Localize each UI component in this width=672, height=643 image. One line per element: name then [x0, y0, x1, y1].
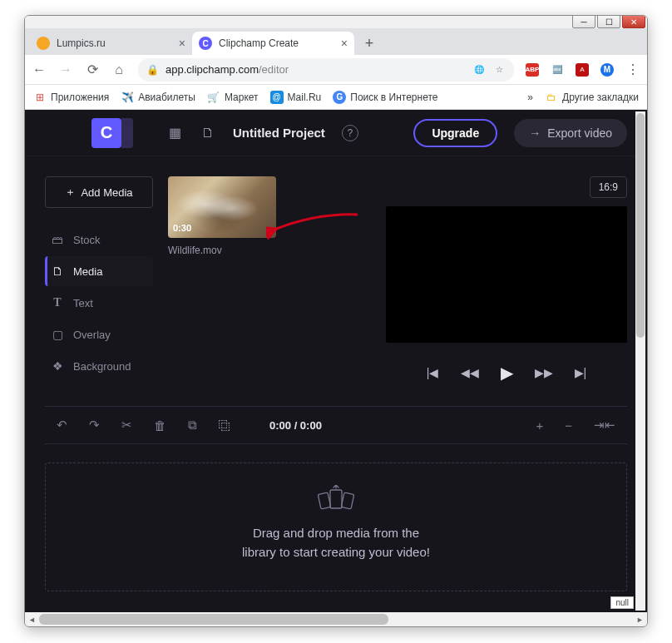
favicon-icon	[37, 37, 50, 50]
bookmark-item[interactable]: 🛒Маркет	[207, 91, 259, 104]
svg-rect-0	[330, 490, 342, 508]
horizontal-scrollbar[interactable]: ◄ ►	[25, 612, 647, 626]
bookmark-item[interactable]: ✈️Авиабилеты	[121, 91, 195, 104]
archive-icon: 🗃	[50, 233, 65, 246]
tab-title: Clipchamp Create	[219, 37, 334, 49]
media-filename: Wildlife.mov	[168, 245, 276, 256]
delete-button[interactable]: 🗑	[154, 418, 166, 433]
extension-adblock-icon[interactable]: ABP	[526, 63, 539, 77]
sidebar-item-media[interactable]: 🗋Media	[45, 256, 153, 286]
extension-pdf-icon[interactable]: A	[576, 63, 589, 77]
vertical-scrollbar[interactable]	[635, 111, 645, 611]
annotation-arrow	[266, 210, 366, 243]
aspect-ratio-button[interactable]: 16:9	[590, 176, 627, 198]
app-top-bar: C▾ ▦ 🗋 Untitled Project ? Upgrade →Expor…	[25, 110, 647, 156]
sidebar-item-background[interactable]: ❖Background	[45, 351, 153, 381]
media-thumbnail[interactable]: 0:30	[168, 176, 276, 238]
scroll-right-icon[interactable]: ►	[633, 612, 647, 626]
sidebar-item-text[interactable]: TText	[45, 288, 153, 318]
browser-toolbar: ← → ⟳ ⌂ 🔒 app.clipchamp.com/editor 🌐 ☆ A…	[25, 55, 647, 85]
bookmark-item[interactable]: GПоиск в Интернете	[333, 91, 437, 104]
media-duration: 0:30	[173, 223, 191, 233]
tab-title: Lumpics.ru	[57, 37, 172, 49]
tab-close-icon[interactable]: ×	[179, 37, 185, 50]
bookmark-star-icon[interactable]: ☆	[492, 63, 506, 77]
bookmark-item[interactable]: @Mail.Ru	[270, 91, 322, 104]
file-icon[interactable]: 🗋	[200, 125, 216, 141]
square-icon: ▢	[50, 328, 65, 341]
zoom-in-button[interactable]: +	[536, 418, 543, 433]
favicon-icon: C	[199, 37, 212, 50]
forward-button[interactable]: ▶▶	[535, 366, 553, 379]
text-icon: T	[50, 296, 65, 309]
home-button[interactable]: ⌂	[111, 62, 126, 77]
reload-button[interactable]: ⟳	[85, 62, 100, 77]
timeline-dropzone[interactable]: Drag and drop media from the library to …	[45, 462, 627, 591]
bookmarks-overflow[interactable]: »	[527, 92, 533, 103]
project-name[interactable]: Untitled Project	[233, 126, 325, 140]
browser-menu-button[interactable]: ⋮	[625, 62, 640, 77]
sidebar-item-overlay[interactable]: ▢Overlay	[45, 319, 153, 349]
apps-icon: ⊞	[33, 91, 47, 104]
dropzone-text: Drag and drop media from the library to …	[242, 523, 430, 562]
bookmark-apps[interactable]: ⊞Приложения	[33, 91, 109, 104]
upgrade-button[interactable]: Upgrade	[413, 119, 497, 147]
app-logo[interactable]: C▾	[91, 118, 121, 148]
arrow-right-icon: →	[529, 126, 541, 140]
media-item[interactable]: 0:30 Wildlife.mov	[168, 176, 276, 256]
editor-sidebar: ＋Add Media 🗃Stock 🗋Media TText ▢Overlay …	[45, 176, 153, 383]
scroll-left-icon[interactable]: ◄	[25, 612, 39, 626]
other-bookmarks[interactable]: 🗀Другие закладки	[545, 91, 639, 104]
window-maximize-button[interactable]: ☐	[597, 15, 620, 28]
duplicate-button[interactable]: ⿻	[219, 418, 231, 433]
split-button[interactable]: ✂	[121, 418, 132, 433]
tab-close-icon[interactable]: ×	[341, 37, 348, 50]
null-tooltip: null	[610, 596, 634, 609]
window-close-button[interactable]: ✕	[622, 15, 645, 28]
skip-start-button[interactable]: |◀	[427, 366, 439, 379]
dropzone-icon	[314, 485, 358, 515]
back-button[interactable]: ←	[32, 62, 47, 77]
plane-icon: ✈️	[121, 91, 134, 104]
profile-avatar[interactable]: M	[600, 63, 614, 77]
help-icon[interactable]: ?	[342, 125, 358, 141]
browser-tabstrip: Lumpics.ru × C Clipchamp Create × +	[25, 28, 647, 55]
timeline-toolbar: ↶ ↷ ✂ 🗑 ⧉ ⿻ 0:00 / 0:00 + − ⇥⇤	[45, 406, 627, 444]
sidebar-item-stock[interactable]: 🗃Stock	[45, 225, 153, 255]
add-media-button[interactable]: ＋Add Media	[45, 176, 153, 208]
timeline-time: 0:00 / 0:00	[269, 419, 322, 432]
svg-rect-2	[341, 492, 353, 509]
window-titlebar: ─ ☐ ✕	[25, 16, 647, 28]
folder-icon: 🗀	[545, 91, 558, 104]
copy-button[interactable]: ⧉	[188, 418, 197, 433]
preview-panel: 16:9 |◀ ◀◀ ▶ ▶▶ ▶|	[299, 176, 627, 383]
skip-end-button[interactable]: ▶|	[575, 366, 587, 379]
window-minimize-button[interactable]: ─	[572, 15, 595, 28]
video-preview[interactable]	[386, 206, 627, 343]
zoom-out-button[interactable]: −	[565, 418, 572, 433]
address-bar[interactable]: 🔒 app.clipchamp.com/editor 🌐 ☆	[138, 58, 514, 82]
chevron-down-icon: ▾	[126, 128, 130, 137]
redo-button[interactable]: ↷	[89, 418, 100, 433]
url-text: app.clipchamp.com/editor	[166, 63, 466, 76]
file-icon: 🗋	[50, 265, 65, 278]
new-tab-button[interactable]: +	[358, 32, 381, 55]
fit-button[interactable]: ⇥⇤	[594, 418, 615, 433]
mail-icon: @	[270, 91, 284, 104]
extension-translate-icon[interactable]: 🔤	[551, 63, 564, 77]
editor-page: C▾ ▦ 🗋 Untitled Project ? Upgrade →Expor…	[25, 110, 647, 612]
svg-rect-1	[318, 492, 330, 509]
layers-icon: ❖	[50, 359, 65, 373]
translate-icon[interactable]: 🌐	[472, 63, 486, 77]
export-video-button[interactable]: →Export video	[514, 119, 627, 147]
video-icon[interactable]: ▦	[166, 125, 183, 141]
browser-tab[interactable]: C Clipchamp Create ×	[192, 32, 354, 55]
play-button[interactable]: ▶	[501, 363, 513, 383]
forward-button[interactable]: →	[58, 62, 73, 77]
browser-tab[interactable]: Lumpics.ru ×	[30, 32, 192, 55]
google-icon: G	[333, 91, 346, 104]
rewind-button[interactable]: ◀◀	[461, 366, 479, 379]
player-controls: |◀ ◀◀ ▶ ▶▶ ▶|	[386, 363, 627, 383]
undo-button[interactable]: ↶	[57, 418, 67, 433]
lock-icon: 🔒	[146, 64, 159, 76]
